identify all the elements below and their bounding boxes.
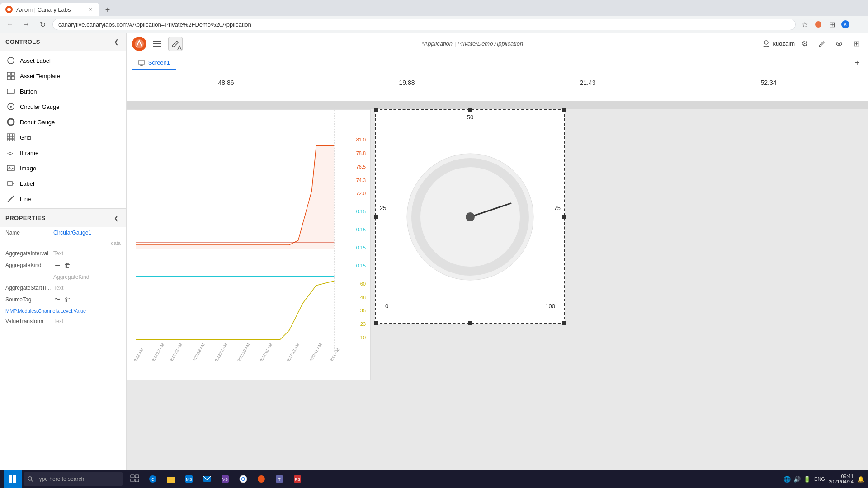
taskbar-volume-icon[interactable]: 🔊	[793, 475, 801, 483]
taskbar-app-extra[interactable]: PS	[289, 471, 306, 487]
svg-marker-51	[136, 146, 334, 249]
gauge-widget[interactable]: 50 25 75 0 100	[375, 109, 565, 324]
chart-svg: 81.0 78.8 76.5 74.3 72.0 0.15 0.15 0.15 …	[127, 110, 370, 380]
browser-menu-button[interactable]: ⋮	[854, 19, 864, 30]
svg-rect-15	[10, 134, 12, 136]
aggregate-kind-filter-icon[interactable]: ☰	[53, 261, 61, 269]
svg-rect-26	[7, 182, 13, 185]
prop-aggregate-kind-sub-value: AggregateKind	[53, 274, 121, 280]
prop-aggregate-start-value: Text	[53, 285, 121, 291]
svg-text:0.15: 0.15	[356, 227, 366, 232]
control-item-donut-gauge[interactable]: Donut Gauge	[0, 114, 126, 130]
top-bar-settings-button[interactable]: ⚙	[798, 38, 811, 50]
profile-button[interactable]: K	[840, 19, 851, 30]
controls-collapse-button[interactable]: ❮	[112, 37, 121, 46]
svg-rect-7	[7, 76, 10, 80]
taskbar-battery-icon[interactable]: 🔋	[803, 475, 811, 483]
metric-sub-3: —	[766, 86, 772, 93]
new-tab-button[interactable]: +	[101, 4, 114, 16]
source-tag-chart-icon[interactable]: 〜	[53, 296, 61, 304]
control-item-image[interactable]: Image	[0, 160, 126, 176]
control-item-asset-template[interactable]: Asset Template	[0, 68, 126, 84]
taskbar-app-teams[interactable]: T	[271, 471, 288, 487]
svg-rect-24	[7, 165, 14, 171]
start-button[interactable]	[4, 470, 22, 488]
svg-text:60: 60	[360, 281, 366, 286]
address-bar[interactable]: canarylive.canarylabs.com/#Application=P…	[52, 19, 796, 30]
canary-extension-icon[interactable]	[813, 19, 824, 30]
forward-button[interactable]: →	[20, 18, 33, 31]
svg-rect-9	[7, 89, 14, 94]
edit-mode-button[interactable]	[168, 37, 183, 51]
top-bar-eye-icon[interactable]	[833, 38, 845, 50]
control-item-iframe[interactable]: <> IFrame	[0, 145, 126, 160]
prop-aggregate-interval-row: AggregateInterval Text	[0, 248, 126, 259]
app-logo	[132, 37, 146, 51]
top-bar-expand-icon[interactable]: ⊞	[850, 38, 863, 50]
taskbar-app-canary[interactable]	[253, 471, 269, 487]
aggregate-kind-delete-icon[interactable]: 🗑	[63, 261, 71, 269]
refresh-button[interactable]: ↻	[36, 18, 49, 31]
back-button[interactable]: ←	[4, 18, 16, 31]
controls-list: Asset Label Asset Template	[0, 51, 126, 208]
prop-source-tag-link[interactable]: MMP.Modules.Channels.Level.Value	[5, 308, 86, 314]
svg-rect-5	[7, 72, 10, 75]
gauge-label-left: 25	[380, 204, 386, 211]
control-label-iframe: IFrame	[20, 150, 38, 156]
properties-collapse-button[interactable]: ❮	[112, 213, 121, 222]
svg-rect-78	[131, 475, 134, 478]
app-layout: CONTROLS ❮ Asset Label	[0, 33, 868, 488]
metrics-row: 48.86 — 19.88 — 21.43 — 52.34 —	[127, 71, 868, 101]
taskbar-app-store[interactable]: MS	[181, 471, 197, 487]
add-screen-button[interactable]: +	[852, 58, 863, 69]
svg-rect-6	[11, 72, 14, 75]
control-label-line: Line	[20, 196, 31, 202]
svg-line-30	[177, 41, 178, 42]
gauge-label-bottom-left: 0	[385, 303, 388, 310]
prop-aggregate-kind-label: AggregateKind	[5, 262, 51, 268]
hamburger-menu-button[interactable]	[151, 38, 164, 50]
control-item-label[interactable]: Label	[0, 176, 126, 191]
screen-tab-icon	[138, 60, 145, 66]
svg-text:T: T	[278, 477, 281, 482]
svg-text:76.5: 76.5	[356, 164, 366, 169]
star-button[interactable]: ☆	[799, 19, 810, 30]
control-item-asset-label[interactable]: Asset Label	[0, 53, 126, 68]
control-label-image: Image	[20, 165, 36, 172]
extensions-button[interactable]: ⊞	[826, 19, 837, 30]
source-tag-delete-icon[interactable]: 🗑	[63, 296, 71, 304]
prop-value-transform-value: Text	[53, 318, 121, 324]
tab-close-button[interactable]: ×	[87, 6, 94, 13]
taskbar-app-vs[interactable]: VS	[217, 471, 233, 487]
browser-tab-axiom[interactable]: Axiom | Canary Labs ×	[0, 3, 99, 16]
control-item-button[interactable]: Button	[0, 84, 126, 99]
left-panel: CONTROLS ❮ Asset Label	[0, 33, 127, 488]
svg-line-28	[8, 196, 14, 202]
svg-point-33	[838, 43, 840, 45]
screens-bar: Screen1 +	[127, 55, 868, 71]
taskbar-notification-icon[interactable]: 🔔	[857, 475, 864, 483]
taskbar-app-edge[interactable]: e	[145, 471, 161, 487]
control-item-line[interactable]: Line	[0, 191, 126, 206]
taskbar-app-chrome[interactable]	[235, 471, 251, 487]
top-bar-edit-icon[interactable]	[816, 38, 828, 50]
taskbar-search[interactable]: Type here to search	[24, 472, 123, 486]
taskbar-app-mail[interactable]	[199, 471, 215, 487]
prop-name-value: CircularGauge1	[53, 230, 121, 236]
prop-name-row: Name CircularGauge1	[0, 227, 126, 238]
donut-gauge-icon	[6, 117, 15, 127]
control-item-circular-gauge[interactable]: Circular Gauge	[0, 99, 126, 114]
svg-rect-14	[7, 134, 9, 136]
label-icon	[6, 179, 15, 188]
prop-source-tag-link-row[interactable]: MMP.Modules.Channels.Level.Value	[0, 306, 126, 316]
canvas-area[interactable]: 48.86 — 19.88 — 21.43 — 52.34 —	[127, 71, 868, 470]
taskbar-app-file-explorer[interactable]	[163, 471, 179, 487]
screen-tab-screen1[interactable]: Screen1	[132, 56, 176, 70]
line-icon	[6, 194, 15, 203]
prop-source-tag-row: SourceTag 〜 🗑	[0, 293, 126, 306]
control-item-grid[interactable]: Grid	[0, 130, 126, 145]
control-label-button: Button	[20, 88, 37, 95]
taskbar-network-icon[interactable]: 🌐	[783, 475, 791, 483]
taskbar: Type here to search e MS VS T	[0, 470, 868, 488]
taskbar-app-task-view[interactable]	[127, 471, 143, 487]
